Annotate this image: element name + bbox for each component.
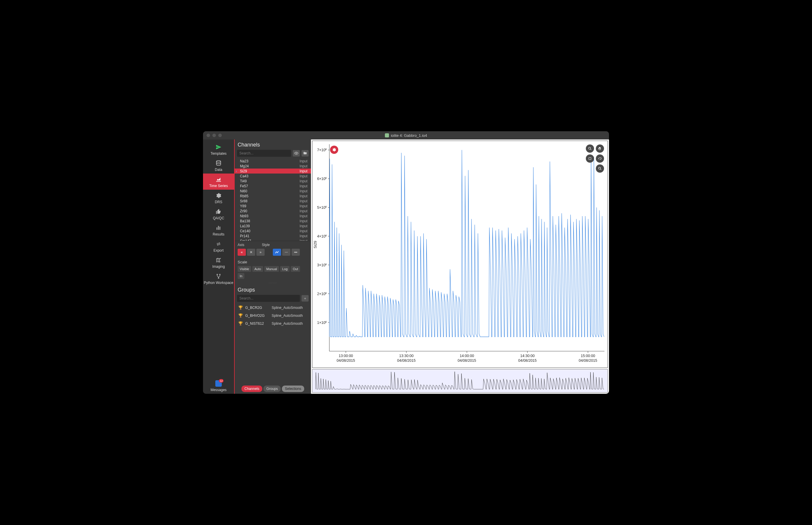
svg-text:04/08/2015: 04/08/2015: [337, 358, 355, 362]
svg-rect-2: [218, 226, 219, 230]
channel-row-Ca43[interactable]: Ca43Input: [235, 174, 311, 179]
scale-visible-button[interactable]: Visible: [238, 266, 251, 272]
channels-search-input[interactable]: [237, 150, 291, 157]
svg-text:04/08/2015: 04/08/2015: [458, 358, 476, 362]
nav-sidebar: TemplatesDataTime SeriesDRSQA/QCResultsE…: [203, 139, 235, 394]
visibility-toggle-button[interactable]: [293, 150, 300, 156]
channel-row-Zr90[interactable]: Zr90Input: [235, 209, 311, 213]
gear-icon: [215, 192, 223, 199]
channel-row-Nb93[interactable]: Nb93Input: [235, 213, 311, 219]
pan-button[interactable]: [596, 145, 604, 153]
overview-strip[interactable]: [312, 369, 608, 393]
group-list: 🏆G_BCR2GSpline_AutoSmooth🏆G_BHVO2GSpline…: [235, 304, 311, 327]
scale-auto-button[interactable]: Auto: [252, 266, 263, 272]
svg-text:04/08/2015: 04/08/2015: [518, 358, 536, 362]
scale-manual-button[interactable]: Manual: [264, 266, 279, 272]
scale-log-button[interactable]: Log: [280, 266, 290, 272]
channel-row-Sr88[interactable]: Sr88Input: [235, 198, 311, 204]
chart-svg: 1×10⁶2×10⁶3×10⁶4×10⁶5×10⁶6×10⁶7×10⁶13:00…: [312, 141, 608, 368]
scale-buttons: VisibleAutoManualLogOutIn: [235, 266, 311, 281]
overview-svg: [312, 370, 608, 392]
nav-item-python-workspace[interactable]: Python Workspace: [203, 270, 234, 287]
svg-point-13: [598, 167, 600, 169]
exchange-icon: [215, 240, 223, 247]
svg-text:5×10⁶: 5×10⁶: [317, 205, 327, 210]
axis-right-button[interactable]: »: [256, 249, 265, 256]
panel-resize-handle[interactable]: ······: [235, 281, 311, 285]
group-row-G_BHVO2G[interactable]: 🏆G_BHVO2GSpline_AutoSmooth: [235, 312, 311, 319]
chart-area[interactable]: 1×10⁶2×10⁶3×10⁶4×10⁶5×10⁶6×10⁶7×10⁶13:00…: [312, 141, 608, 368]
lasso-button[interactable]: [596, 154, 604, 163]
db-icon: [215, 160, 223, 167]
channel-row-Sm147[interactable]: Sm147Input: [235, 238, 311, 241]
nav-item-templates[interactable]: Templates: [203, 141, 234, 158]
nav-item-drs[interactable]: DRS: [203, 190, 234, 206]
messages-icon: [215, 380, 222, 387]
style-thick-button[interactable]: [292, 249, 300, 256]
axis-remove-button[interactable]: ✕: [247, 249, 255, 256]
svg-text:15:00:00: 15:00:00: [581, 354, 595, 358]
style-line-button[interactable]: [273, 249, 281, 256]
nav-item-time-series[interactable]: Time Series: [203, 174, 234, 190]
channel-row-La139[interactable]: La139Input: [235, 223, 311, 228]
nav-item-results[interactable]: Results: [203, 222, 234, 238]
channel-row-Ti49[interactable]: Ti49Input: [235, 179, 311, 183]
svg-text:14:00:00: 14:00:00: [460, 354, 474, 358]
channel-row-Si29[interactable]: ‹Si29Input: [235, 168, 311, 174]
titlebar: iolite 4: Gabbro_1.io4: [203, 131, 609, 139]
nav-item-qa/qc[interactable]: QA/QC: [203, 206, 234, 222]
branch-icon: [215, 273, 223, 280]
channel-row-Ba138[interactable]: Ba138Input: [235, 219, 311, 223]
scale-in-button[interactable]: In: [238, 273, 244, 279]
nav-item-messages[interactable]: Messages: [203, 378, 234, 394]
svg-rect-1: [217, 227, 217, 230]
svg-rect-12: [589, 158, 591, 160]
nav-item-data[interactable]: Data: [203, 158, 234, 174]
group-row-G_BCR2G[interactable]: 🏆G_BCR2GSpline_AutoSmooth: [235, 304, 311, 312]
style-thin-button[interactable]: [282, 249, 291, 256]
channel-row-Mg24[interactable]: Mg24Input: [235, 164, 311, 168]
thumb-icon: [215, 208, 223, 215]
zoom-button[interactable]: [586, 145, 594, 153]
groups-header: Groups: [235, 285, 311, 295]
channel-list[interactable]: Na23InputMg24Input‹Si29InputCa43InputTi4…: [235, 159, 311, 241]
group-row-G_NIST612[interactable]: 🏆G_NIST612Spline_AutoSmooth: [235, 319, 311, 327]
groups-search-input[interactable]: [237, 295, 300, 302]
trophy-icon: 🏆: [238, 305, 243, 310]
folder-button[interactable]: [301, 150, 309, 156]
svg-point-6: [218, 278, 219, 279]
svg-point-4: [217, 274, 218, 275]
chart-icon: [215, 176, 223, 183]
svg-text:13:30:00: 13:30:00: [399, 354, 413, 358]
svg-line-14: [600, 169, 602, 170]
channel-row-Ni60[interactable]: Ni60Input: [235, 189, 311, 194]
tab-channels[interactable]: Channels: [241, 386, 262, 392]
channels-header: Channels: [235, 139, 311, 150]
channel-row-Pr141[interactable]: Pr141Input: [235, 234, 311, 238]
trophy-icon: 🏆: [238, 321, 243, 326]
svg-text:3×10⁶: 3×10⁶: [317, 262, 327, 267]
trophy-icon: 🏆: [238, 313, 243, 318]
tab-groups[interactable]: Groups: [263, 386, 281, 392]
svg-text:1×10⁶: 1×10⁶: [317, 320, 327, 325]
channel-row-Na23[interactable]: Na23Input: [235, 159, 311, 164]
channel-row-Rb85[interactable]: Rb85Input: [235, 194, 311, 198]
scale-out-button[interactable]: Out: [291, 266, 300, 272]
window-controls[interactable]: [206, 134, 222, 137]
send-icon: [215, 144, 223, 151]
select-button[interactable]: [586, 154, 594, 163]
channel-row-Y89[interactable]: Y89Input: [235, 204, 311, 209]
add-group-button[interactable]: ＋: [301, 295, 309, 302]
zoom-fit-button[interactable]: [596, 164, 604, 172]
tab-selections[interactable]: Selections: [282, 386, 304, 392]
svg-text:4×10⁶: 4×10⁶: [317, 234, 327, 238]
channel-row-Ce140[interactable]: Ce140Input: [235, 228, 311, 234]
svg-text:6×10⁶: 6×10⁶: [317, 177, 327, 181]
channel-row-Fe57[interactable]: Fe57Input: [235, 183, 311, 189]
svg-text:7×10⁶: 7×10⁶: [317, 148, 327, 152]
nav-item-imaging[interactable]: Imaging: [203, 254, 234, 270]
axis-left-button[interactable]: «: [238, 249, 246, 256]
bars-icon: [215, 224, 223, 231]
nav-item-export[interactable]: Export: [203, 238, 234, 254]
chart-settings-button[interactable]: [330, 146, 338, 154]
